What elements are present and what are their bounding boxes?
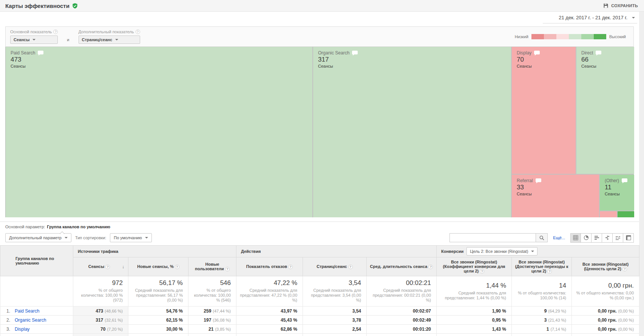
help-icon[interactable] (428, 265, 433, 269)
treemap-cell-referral[interactable]: Referral 33 Сеансы (512, 175, 599, 217)
chevron-down-icon (115, 39, 118, 40)
pie-chart-icon (584, 235, 589, 240)
metric-cell: 62,15 % (128, 316, 188, 325)
treemap-cell-direct[interactable]: Direct 66 Сеансы (576, 47, 634, 174)
secondary-metric-dropdown[interactable]: Страниц/сеанс (79, 36, 140, 44)
help-icon[interactable] (136, 29, 140, 34)
view-percentage-button[interactable] (581, 233, 591, 243)
channel-link[interactable]: Organic Search (15, 317, 46, 323)
primary-metric-dropdown[interactable]: Сеансы (10, 36, 58, 44)
column-header-sessions[interactable]: Сеансы (73, 257, 128, 276)
help-icon[interactable] (225, 267, 230, 271)
column-header-conversion-rate[interactable]: Все звонки (Ringostat) (Коэффициент конв… (437, 257, 512, 276)
metric-value: 21 (208, 327, 213, 332)
channel-link[interactable]: Display (15, 327, 29, 332)
column-label: Новые пользователи (195, 262, 224, 271)
search-button[interactable] (536, 233, 548, 242)
metric-percent: (0,00 %) (618, 309, 634, 313)
comment-bubble-icon (352, 51, 358, 54)
metric-cell: 0,00 % (437, 334, 512, 336)
channel-link[interactable]: Paid Search (15, 308, 39, 314)
help-icon[interactable] (175, 265, 179, 269)
view-comparison-button[interactable] (602, 233, 613, 243)
column-header-new-sessions[interactable]: Новые сеансы, % (128, 257, 188, 276)
help-icon[interactable] (105, 265, 110, 269)
view-term-cloud-button[interactable] (613, 233, 623, 243)
totals-cell: 14% от общего количества: 100,00 % (14) (512, 276, 572, 307)
metric-value: 0,95 % (492, 317, 506, 323)
treemap-cell-small-2[interactable] (618, 211, 634, 217)
goal-selector-dropdown[interactable]: Цель 2: Все звонки (Ringostat) (466, 247, 537, 255)
metric-value: 3,54 (352, 308, 361, 314)
legend-swatch (594, 34, 606, 39)
search-input[interactable] (449, 233, 536, 242)
column-label: Все звонки (Ringostat) (Коэффициент конв… (443, 260, 505, 273)
column-header-goal-value[interactable]: Все звонки (Ringostat) (Ценность цели 2) (572, 257, 639, 276)
sort-type-dropdown[interactable]: По умолчанию (110, 233, 151, 242)
cell-name: Organic Search (318, 50, 349, 56)
metric-cell: 46(8,42 %) (188, 334, 236, 336)
legend-high-label: Высокий (609, 34, 626, 39)
metric-percent: (47,44 %) (213, 309, 231, 313)
table-grid-icon (573, 235, 578, 240)
metric-cell: 66(6,79 %) (73, 334, 128, 336)
metric-cell: 54,76 % (128, 307, 188, 316)
metric-value: 473 (96, 308, 103, 314)
column-label: Показатель отказов (246, 264, 287, 269)
dimension-column-header[interactable]: Группа каналов по умолчанию (0, 246, 73, 276)
more-link[interactable]: Ещё... (553, 235, 565, 240)
treemap-cell-display[interactable]: Display 70 Сеансы (512, 47, 576, 174)
help-icon[interactable] (288, 265, 293, 269)
metric-percent: (0,00 %) (618, 318, 634, 322)
cell-unit: Сеансы (318, 64, 511, 68)
metric-percent: (7,20 %) (107, 327, 123, 331)
metric-value: 1,43 % (492, 327, 506, 332)
legend-swatch (544, 34, 556, 39)
view-pivot-button[interactable] (623, 233, 634, 243)
primary-dimension-row: Основной параметр:Группа каналов по умол… (0, 222, 639, 230)
column-header-goal-completions[interactable]: Все звонки (Ringostat) (Достигнутые пере… (512, 257, 572, 276)
metric-value: 0,00 грн. (598, 308, 617, 314)
metric-percent: (48,66 %) (105, 309, 123, 313)
column-label: Все звонки (Ringostat) (Достигнутые пере… (515, 260, 568, 273)
save-button[interactable]: СОХРАНИТЬ (603, 3, 638, 8)
cell-value: 317 (318, 56, 511, 63)
treemap-cell-paid-search[interactable]: Paid Search 473 Сеансы (6, 47, 312, 217)
cell-name: Display (517, 50, 531, 56)
column-header-pages-per-session[interactable]: Страниц/сеанс (303, 257, 367, 276)
metric-value: 197 (204, 317, 211, 323)
goal-selector-value: Цель 2: Все звонки (Ringostat) (470, 249, 528, 254)
metric-value: 317 (96, 317, 103, 323)
secondary-metric-label: Дополнительный показатель (79, 29, 140, 34)
primary-dimension-value[interactable]: Группа каналов по умолчанию (47, 225, 110, 229)
column-label: Новые сеансы, % (137, 264, 173, 269)
date-range-selector[interactable]: 21 дек. 2017 г. - 21 дек. 2017 г. (543, 15, 637, 23)
column-header-bounce-rate[interactable]: Показатель отказов (236, 257, 303, 276)
help-icon[interactable] (547, 269, 552, 274)
column-header-avg-duration[interactable]: Сред. длительность сеанса (367, 257, 437, 276)
treemap-cell-other[interactable]: (Other) 11 Сеансы (600, 175, 634, 211)
metric-percent: (36,08 %) (213, 318, 231, 322)
save-label: СОХРАНИТЬ (611, 3, 638, 8)
metric-cell: 1,90 % (437, 307, 512, 316)
metric-percent: (21,43 %) (548, 318, 566, 322)
help-icon[interactable] (622, 267, 627, 271)
cell-name: (Other) (605, 178, 619, 183)
help-icon[interactable] (480, 269, 484, 274)
metric-cell: 0,00 грн.(0,00 %) (572, 325, 639, 334)
metric-cell: 259(47,44 %) (188, 307, 236, 316)
comment-bubble-icon (534, 51, 540, 54)
metric-value: 00:02:07 (413, 308, 431, 314)
help-icon[interactable] (53, 29, 58, 34)
metric-value: 54,76 % (166, 308, 183, 314)
help-icon[interactable] (348, 265, 353, 269)
channel-cell: 4.Direct (0, 334, 73, 336)
view-data-table-button[interactable] (570, 233, 581, 243)
treemap-cell-small-1[interactable] (600, 211, 617, 217)
view-performance-button[interactable] (591, 233, 602, 243)
column-header-new-users[interactable]: Новые пользователи (188, 257, 236, 276)
table-search (449, 233, 548, 242)
treemap-cell-organic-search[interactable]: Organic Search 317 Сеансы (313, 47, 511, 217)
page-title-text: Карты эффективности (5, 3, 69, 9)
table-toolbar: Дополнительный параметр Тип сортировки: … (0, 230, 639, 245)
